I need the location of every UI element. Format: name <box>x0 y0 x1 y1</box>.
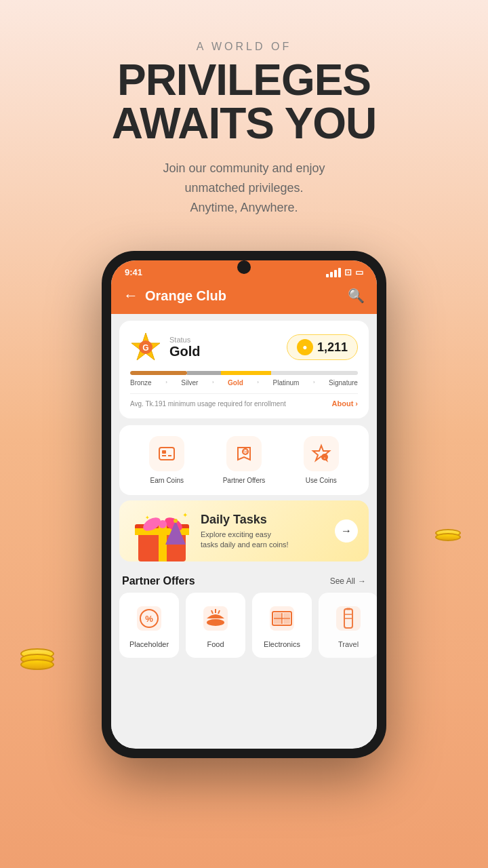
status-card: G Status Gold ● 1,211 <box>119 321 369 418</box>
partner-offers-row: % Placeholder <box>111 593 377 666</box>
food-label: Food <box>207 640 224 648</box>
status-value: Gold <box>169 344 201 359</box>
phone-notch <box>237 260 251 274</box>
progress-bar <box>130 371 358 375</box>
svg-rect-4 <box>162 450 166 454</box>
offer-food[interactable]: Food <box>186 593 245 658</box>
about-chevron: › <box>355 399 358 408</box>
tier-bronze: Bronze <box>130 379 152 387</box>
daily-tasks-description: Explore exciting easytasks daily and ear… <box>201 530 289 551</box>
status-label: Status <box>169 336 201 344</box>
tier-silver: Silver <box>181 379 198 387</box>
food-icon <box>199 602 232 635</box>
daily-tasks-title: Daily Tasks <box>201 513 289 527</box>
decorative-coins-left <box>20 648 54 665</box>
back-button[interactable]: ← <box>123 287 138 304</box>
status-left: G Status Gold <box>130 332 201 363</box>
silver-fill <box>187 371 221 375</box>
action-partner-offers[interactable]: % Partner Offers <box>223 436 266 484</box>
bronze-fill <box>130 371 187 375</box>
earn-coins-icon <box>149 436 184 471</box>
search-button[interactable]: 🔍 <box>348 288 365 304</box>
coins-badge: ● 1,211 <box>287 334 358 360</box>
section-header: Partner Offers See All → <box>111 567 377 593</box>
hero-title: PRIVILEGES AWAITS YOU <box>41 58 447 145</box>
screen-content: G Status Gold ● 1,211 <box>111 314 377 748</box>
header-left: ← Orange Club <box>123 287 226 304</box>
decorative-coins-right <box>435 529 461 537</box>
phone-frame: 9:41 ⊡ ▭ ← Orange Club <box>102 251 386 758</box>
see-all-arrow: → <box>358 576 366 586</box>
svg-text:%: % <box>145 614 153 624</box>
daily-tasks-illustration: ✦ ✦ <box>125 500 199 561</box>
action-earn-coins[interactable]: Earn Coins <box>149 436 184 484</box>
action-use-coins[interactable]: - Use Coins <box>304 436 339 484</box>
hero-eyebrow: A WORLD OF <box>41 41 447 53</box>
see-all-link[interactable]: See All → <box>330 576 366 586</box>
travel-label: Travel <box>338 640 359 648</box>
coin-icon: ● <box>297 339 313 355</box>
partner-offers-title: Partner Offers <box>122 575 195 587</box>
electronics-icon <box>266 602 298 635</box>
tier-signature: Signature <box>329 379 358 387</box>
use-coins-label: Use Coins <box>306 477 337 484</box>
wifi-icon: ⊡ <box>344 267 352 277</box>
placeholder-icon: % <box>133 602 165 635</box>
svg-text:✦: ✦ <box>182 511 188 519</box>
offer-electronics[interactable]: Electronics <box>252 593 312 658</box>
phone-mockup: 9:41 ⊡ ▭ ← Orange Club <box>102 251 386 758</box>
tier-labels: Bronze › Silver › Gold › Platinum › Sign… <box>130 379 358 387</box>
gold-fill <box>221 371 271 375</box>
svg-point-27 <box>207 619 224 626</box>
phone-screen: 9:41 ⊡ ▭ ← Orange Club <box>111 260 377 749</box>
progress-section: Bronze › Silver › Gold › Platinum › Sign… <box>130 371 358 387</box>
status-info: Status Gold <box>169 336 201 359</box>
daily-tasks-banner[interactable]: ✦ ✦ Daily Tasks Explore exciting easytas… <box>119 500 369 561</box>
signal-icon <box>326 268 341 277</box>
app-header: ← Orange Club 🔍 <box>111 281 377 314</box>
svg-point-20 <box>174 519 178 523</box>
offer-travel[interactable]: Travel <box>319 593 377 658</box>
offer-placeholder[interactable]: % Placeholder <box>119 593 179 658</box>
svg-rect-3 <box>159 448 174 460</box>
gold-badge-icon: G <box>130 332 161 363</box>
daily-tasks-arrow[interactable]: → <box>335 519 358 542</box>
earn-coins-label: Earn Coins <box>150 477 183 484</box>
daily-tasks-text: Daily Tasks Explore exciting easytasks d… <box>201 513 289 551</box>
enrollment-text: Avg. Tk.191 minimum usage required for e… <box>130 400 286 408</box>
partner-offers-section: Partner Offers See All → <box>111 567 377 666</box>
quick-actions: Earn Coins % Partner Offers <box>119 425 369 495</box>
partner-offers-label: Partner Offers <box>223 477 266 484</box>
tier-gold: Gold <box>228 379 243 387</box>
svg-rect-34 <box>283 613 290 618</box>
tier-platinum: Platinum <box>273 379 300 387</box>
svg-text:✦: ✦ <box>145 515 150 521</box>
svg-text:%: % <box>243 449 247 455</box>
hero-section: A WORLD OF PRIVILEGES AWAITS YOU Join ou… <box>0 0 488 237</box>
electronics-label: Electronics <box>264 640 300 648</box>
status-time: 9:41 <box>125 267 142 277</box>
svg-point-18 <box>159 520 167 528</box>
travel-icon <box>332 602 365 635</box>
about-link[interactable]: About › <box>332 399 358 408</box>
partner-offers-icon: % <box>226 436 262 471</box>
svg-text:-: - <box>323 454 325 461</box>
svg-rect-35 <box>283 619 290 624</box>
svg-text:G: G <box>142 343 148 353</box>
coins-amount: 1,211 <box>317 340 348 355</box>
battery-icon: ▭ <box>355 267 363 277</box>
status-icons: ⊡ ▭ <box>326 267 363 277</box>
hero-description: Join our community and enjoyunmatched pr… <box>41 159 447 217</box>
use-coins-icon: - <box>304 436 339 471</box>
app-title: Orange Club <box>145 288 226 304</box>
placeholder-label: Placeholder <box>129 640 169 648</box>
status-top-row: G Status Gold ● 1,211 <box>130 332 358 363</box>
enrollment-note: Avg. Tk.191 minimum usage required for e… <box>130 393 358 408</box>
